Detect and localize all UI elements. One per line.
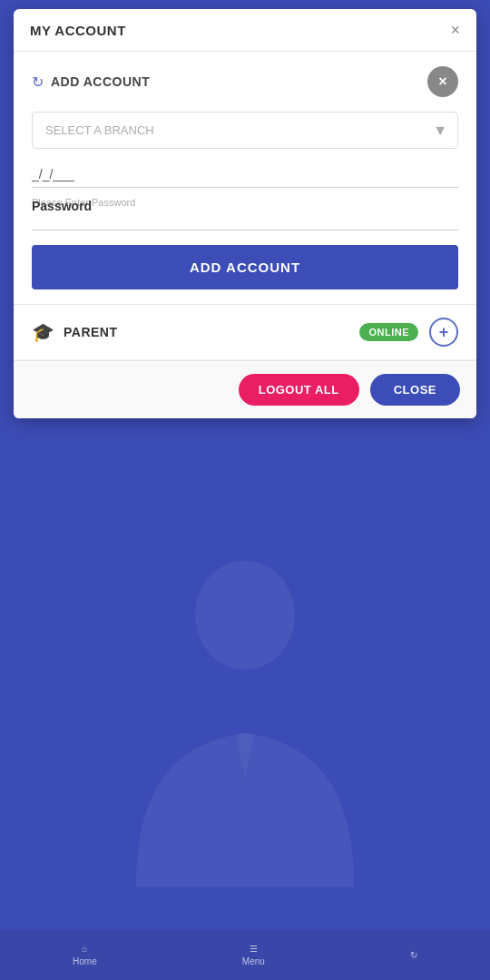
- online-status-badge: ONLINE: [359, 323, 418, 341]
- account-right: ONLINE +: [359, 318, 458, 347]
- modal-footer: LOGOUT ALL CLOSE: [14, 360, 476, 418]
- modal-overlay: MY ACCOUNT × ↻ ADD ACCOUNT × SELECT A BR…: [0, 0, 490, 980]
- password-wrapper: Please Enter Password Password: [32, 197, 458, 230]
- add-account-header: ↻ ADD ACCOUNT ×: [32, 66, 458, 97]
- modal-header: MY ACCOUNT ×: [14, 9, 476, 52]
- account-item-parent: 🎓 PARENT ONLINE +: [14, 305, 476, 360]
- account-add-circle-button[interactable]: +: [429, 318, 458, 347]
- password-label: Please Enter Password: [32, 197, 458, 208]
- accounts-section: 🎓 PARENT ONLINE +: [14, 305, 476, 360]
- logout-all-button[interactable]: LOGOUT ALL: [239, 374, 359, 406]
- branch-select-wrapper: SELECT A BRANCH ▼: [32, 112, 458, 149]
- add-account-close-circle-button[interactable]: ×: [427, 66, 458, 97]
- modal-close-x-button[interactable]: ×: [450, 22, 460, 38]
- password-input[interactable]: [32, 211, 458, 225]
- close-button[interactable]: CLOSE: [370, 374, 460, 406]
- branch-select[interactable]: SELECT A BRANCH: [32, 112, 458, 149]
- graduation-icon: 🎓: [32, 321, 54, 343]
- add-account-button[interactable]: ADD ACCOUNT: [32, 245, 458, 289]
- add-account-section: ↻ ADD ACCOUNT × SELECT A BRANCH ▼ Please…: [14, 52, 476, 305]
- my-account-modal: MY ACCOUNT × ↻ ADD ACCOUNT × SELECT A BR…: [14, 9, 476, 418]
- account-name-parent: PARENT: [64, 325, 118, 339]
- modal-title: MY ACCOUNT: [30, 23, 126, 38]
- add-account-text: ADD ACCOUNT: [51, 74, 150, 89]
- refresh-icon: ↻: [32, 74, 44, 91]
- account-left: 🎓 PARENT: [32, 321, 118, 343]
- date-input[interactable]: [32, 162, 458, 188]
- add-account-label-row: ↻ ADD ACCOUNT: [32, 74, 150, 91]
